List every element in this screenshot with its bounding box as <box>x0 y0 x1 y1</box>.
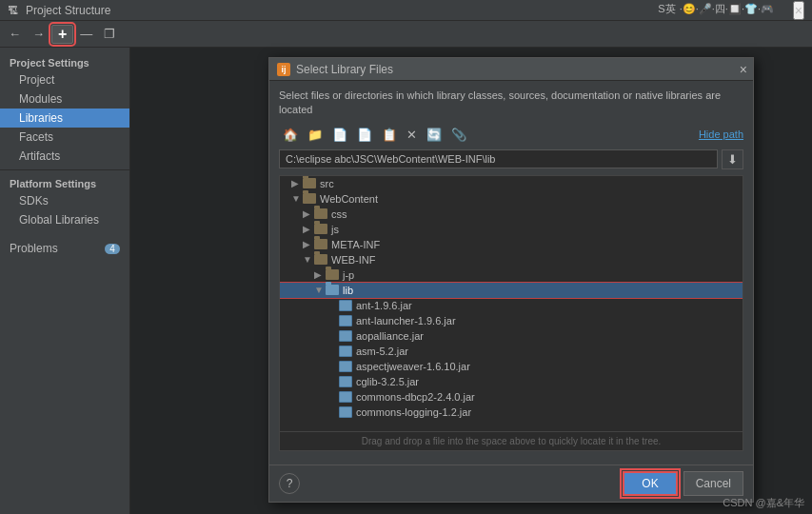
tree-item-lib[interactable]: ▼ lib <box>280 283 743 298</box>
tree-item-src[interactable]: ▶ src <box>280 176 743 191</box>
folder-icon-web-inf <box>314 254 327 265</box>
folder-icon-meta-inf <box>314 239 327 249</box>
remove-button[interactable]: — <box>75 25 97 43</box>
tree-item-web-inf[interactable]: ▼ WEB-INF <box>280 252 743 267</box>
dialog-title-bar: ij Select Library Files × <box>269 58 753 81</box>
tree-item-aspectjweaver[interactable]: aspectjweaver-1.6.10.jar <box>280 359 743 374</box>
sidebar-item-libraries[interactable]: Libraries <box>0 109 129 128</box>
tree-label-aopalliance: aopalliance.jar <box>356 330 424 342</box>
add-button[interactable]: + <box>51 25 73 44</box>
tree-item-webcontent[interactable]: ▼ WebContent <box>280 191 743 207</box>
tree-label-webcontent: WebContent <box>320 193 378 205</box>
back-button[interactable]: ← <box>4 25 26 43</box>
tree-label-css: css <box>331 208 347 220</box>
hide-path-button[interactable]: Hide path <box>699 128 743 140</box>
footer-actions: OK Cancel <box>623 471 743 496</box>
sidebar-item-facets[interactable]: Facets <box>0 128 129 147</box>
tree-label-commons-logging: commons-logging-1.2.jar <box>356 406 471 418</box>
tree-label-commons-dbcp2: commons-dbcp2-2.4.0.jar <box>356 391 475 403</box>
tb-file2-button[interactable]: 📄 <box>353 126 376 144</box>
dialog-description: Select files or directories in which lib… <box>279 89 743 118</box>
tree-item-cglib[interactable]: cglib-3.2.5.jar <box>280 374 743 389</box>
folder-icon-lib <box>326 285 339 295</box>
dialog-title-icon: ij <box>277 63 290 76</box>
dialog-body: Select files or directories in which lib… <box>269 81 753 465</box>
jar-icon-aspectjweaver <box>339 361 352 372</box>
dnd-hint: Drag and drop a file into the space abov… <box>279 432 743 451</box>
folder-icon-jp <box>326 269 339 280</box>
folder-icon-webcontent <box>303 193 316 204</box>
tree-label-js: js <box>331 224 339 235</box>
file-tree[interactable]: ▶ src ▼ WebContent <box>279 175 743 432</box>
jar-icon-ant-launcher <box>339 315 352 326</box>
left-panel: Project Settings Project Modules Librari… <box>0 48 130 514</box>
select-library-files-dialog: ij Select Library Files × Select files o… <box>268 57 754 503</box>
right-content: Nothing to show ij Select Library Files … <box>130 48 812 514</box>
separator <box>0 169 129 170</box>
path-input[interactable] <box>279 149 718 168</box>
folder-icon-src <box>303 178 316 188</box>
top-toolbar: S英 ·😊·🎤·四·🔲·👕·🎮 <box>658 2 774 16</box>
platform-settings-header: Platform Settings <box>0 174 129 191</box>
tree-label-src: src <box>320 178 334 189</box>
tree-item-meta-inf[interactable]: ▶ META-INF <box>280 237 743 252</box>
jar-icon-ant <box>339 300 352 311</box>
dialog-overlay: ij Select Library Files × Select files o… <box>130 48 812 514</box>
folder-icon-js <box>314 224 327 234</box>
main-layout: Project Settings Project Modules Librari… <box>0 48 812 514</box>
path-row: ⬇ <box>279 149 743 169</box>
dialog-close-button[interactable]: × <box>740 62 747 77</box>
tree-label-web-inf: WEB-INF <box>331 254 375 266</box>
sidebar-item-sdks[interactable]: SDKs <box>0 191 129 210</box>
file-toolbar: 🏠 📁 📄 📄 📋 ✕ 🔄 📎 Hide path <box>279 126 743 144</box>
jar-icon-cglib <box>339 376 352 387</box>
tree-label-lib: lib <box>343 285 353 296</box>
sidebar-item-global-libraries[interactable]: Global Libraries <box>0 210 129 229</box>
tree-item-ant-launcher[interactable]: ant-launcher-1.9.6.jar <box>280 313 743 328</box>
jar-icon-commons-dbcp2 <box>339 391 352 403</box>
tree-item-asm[interactable]: asm-5.2.jar <box>280 344 743 359</box>
tree-label-meta-inf: META-INF <box>331 239 380 250</box>
jar-icon-asm <box>339 346 352 357</box>
path-download-button[interactable]: ⬇ <box>722 149 743 169</box>
tree-label-jp: j-p <box>343 269 354 281</box>
tb-link-button[interactable]: 📎 <box>447 126 470 144</box>
tree-label-ant-launcher: ant-launcher-1.9.6.jar <box>356 315 456 326</box>
tb-delete-button[interactable]: ✕ <box>403 126 421 144</box>
tb-folder-button[interactable]: 📁 <box>304 126 327 144</box>
cancel-button[interactable]: Cancel <box>683 471 743 496</box>
title-bar: 🏗 Project Structure S英 ·😊·🎤·四·🔲·👕·🎮 × <box>0 0 812 21</box>
forward-button[interactable]: → <box>28 25 50 43</box>
tree-item-commons-dbcp2[interactable]: commons-dbcp2-2.4.0.jar <box>280 389 743 405</box>
tree-label-ant: ant-1.9.6.jar <box>356 300 412 311</box>
title-icon: 🏗 <box>8 5 18 16</box>
tb-copy-button[interactable]: 📋 <box>378 126 401 144</box>
sidebar-item-modules[interactable]: Modules <box>0 89 129 109</box>
dialog-footer: ? OK Cancel <box>269 465 753 502</box>
jar-icon-commons-logging <box>339 406 352 418</box>
help-button[interactable]: ? <box>279 473 300 494</box>
tb-refresh-button[interactable]: 🔄 <box>423 126 446 144</box>
dialog-title-text: Select Library Files <box>296 63 745 76</box>
sidebar-item-artifacts[interactable]: Artifacts <box>0 147 129 166</box>
copy-button[interactable]: ❐ <box>99 25 120 43</box>
file-toolbar-left: 🏠 📁 📄 📄 📋 ✕ 🔄 📎 <box>279 126 470 144</box>
folder-icon-css <box>314 208 327 219</box>
tree-label-cglib: cglib-3.2.5.jar <box>356 376 419 387</box>
ok-button[interactable]: OK <box>623 471 677 496</box>
window-close-button[interactable]: × <box>793 1 804 20</box>
tree-item-js[interactable]: ▶ js <box>280 222 743 237</box>
tree-item-jp[interactable]: ▶ j-p <box>280 267 743 283</box>
window-title: Project Structure <box>26 4 110 17</box>
tb-file-button[interactable]: 📄 <box>328 126 351 144</box>
tree-item-ant[interactable]: ant-1.9.6.jar <box>280 298 743 313</box>
tree-item-commons-logging[interactable]: commons-logging-1.2.jar <box>280 405 743 420</box>
tb-home-button[interactable]: 🏠 <box>279 126 302 144</box>
project-settings-header: Project Settings <box>0 53 129 70</box>
tree-item-aopalliance[interactable]: aopalliance.jar <box>280 328 743 344</box>
sidebar-item-project[interactable]: Project <box>0 70 129 89</box>
tree-label-asm: asm-5.2.jar <box>356 346 408 357</box>
watermark: CSDN @嘉&年华 <box>723 496 804 510</box>
problems-item[interactable]: Problems 4 <box>0 239 129 258</box>
tree-item-css[interactable]: ▶ css <box>280 207 743 222</box>
